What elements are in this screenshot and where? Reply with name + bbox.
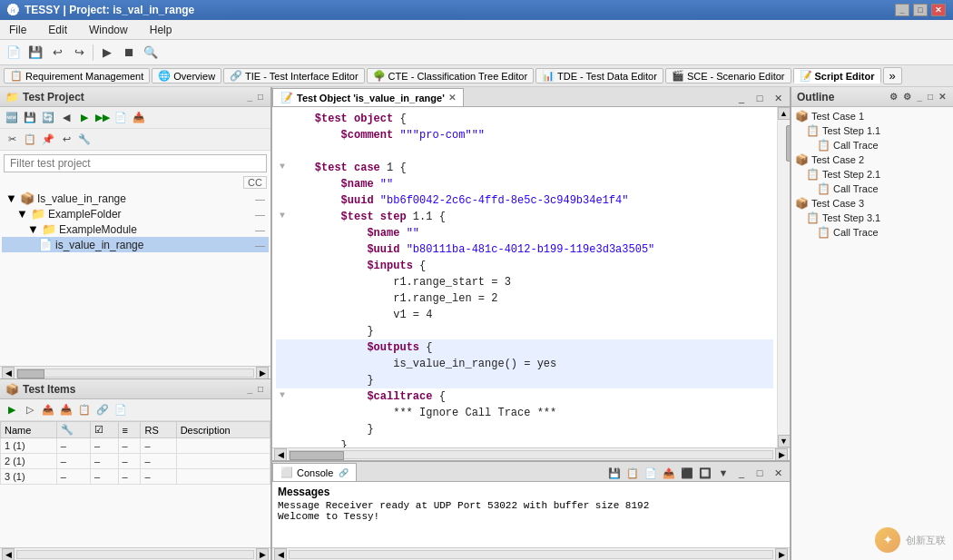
editor-tab-close[interactable]: ✕ xyxy=(448,93,456,103)
console-btn6[interactable]: 🔲 xyxy=(697,465,713,481)
console-btn5[interactable]: ⬛ xyxy=(679,465,695,481)
table-row[interactable]: 3 (1) – – – – xyxy=(1,469,270,485)
editor-hscroll-thumb[interactable] xyxy=(290,451,344,460)
col-4[interactable]: ≡ xyxy=(118,422,141,438)
tree-item-file[interactable]: 📄 is_value_in_range — xyxy=(2,237,269,252)
console-hscroll-right[interactable]: ▶ xyxy=(775,548,788,561)
editor-vscroll[interactable]: ▲ ▼ xyxy=(777,107,790,447)
tab-more[interactable]: » xyxy=(883,67,902,84)
outline-item[interactable]: 📋Call Trace xyxy=(793,225,951,240)
editor-tab-active[interactable]: 📝 Test Object 'is_value_in_range' ✕ xyxy=(272,88,464,106)
tab-overview[interactable]: 🌐 Overview xyxy=(152,68,221,84)
outline-item[interactable]: 📋Test Step 3.1 xyxy=(793,211,951,225)
tree-item-folder[interactable]: ▼ 📁 ExampleFolder — xyxy=(2,206,269,221)
vscroll-thumb[interactable] xyxy=(786,125,791,162)
ti-btn-7[interactable]: 📄 xyxy=(113,402,129,418)
toolbar-btn-4[interactable]: ↪ xyxy=(69,43,89,63)
col-3[interactable]: ☑ xyxy=(90,422,118,438)
proj-btn-arrow[interactable]: ↩ xyxy=(58,132,74,148)
console-max[interactable]: □ xyxy=(752,465,768,481)
ti-minimize[interactable]: _ xyxy=(245,384,254,394)
hscroll-right[interactable]: ▶ xyxy=(256,367,269,379)
outline-item[interactable]: 📦Test Case 1 xyxy=(793,109,951,123)
vscroll-up[interactable]: ▲ xyxy=(778,107,791,120)
tab-script-editor[interactable]: 📝 Script Editor xyxy=(793,68,881,84)
outline-close[interactable]: ✕ xyxy=(937,92,948,102)
toolbar-btn-6[interactable]: ⏹ xyxy=(119,43,139,63)
ti-btn-3[interactable]: 📤 xyxy=(40,402,56,418)
console-hscroll-left[interactable]: ◀ xyxy=(274,548,287,561)
proj-btn-wrench[interactable]: 🔧 xyxy=(76,132,93,148)
hscroll-left[interactable]: ◀ xyxy=(2,367,15,379)
console-btn7[interactable]: ▼ xyxy=(715,465,732,481)
proj-btn-refresh[interactable]: 🔄 xyxy=(40,110,56,126)
menu-edit[interactable]: Edit xyxy=(43,22,73,38)
ti-btn-run2[interactable]: ▷ xyxy=(22,402,38,418)
tab-sce[interactable]: 🎬 SCE - Scenario Editor xyxy=(665,68,791,84)
outline-min[interactable]: _ xyxy=(915,92,924,102)
outline-item[interactable]: 📋Test Step 2.1 xyxy=(793,167,951,182)
table-row[interactable]: 1 (1) – – – – xyxy=(1,438,270,454)
filter-input[interactable] xyxy=(4,154,267,172)
items-hscroll-left[interactable]: ◀ xyxy=(2,548,15,561)
col-name[interactable]: Name xyxy=(1,422,57,438)
toolbar-btn-2[interactable]: 💾 xyxy=(25,43,45,63)
menu-file[interactable]: File xyxy=(4,22,32,38)
console-min[interactable]: _ xyxy=(733,465,750,481)
tree-hscroll[interactable]: ◀ ▶ xyxy=(0,366,270,378)
outline-item[interactable]: 📋Test Step 1.1 xyxy=(793,123,951,138)
editor-close[interactable]: ✕ xyxy=(770,90,786,106)
hscroll-thumb[interactable] xyxy=(17,369,44,378)
ti-btn-4[interactable]: 📥 xyxy=(58,402,74,418)
fold-marker[interactable]: ▼ xyxy=(276,209,289,222)
outline-item[interactable]: 📦Test Case 3 xyxy=(793,196,951,211)
outline-item[interactable]: 📋Call Trace xyxy=(793,182,951,196)
editor-hscroll[interactable]: ◀ ▶ xyxy=(272,447,790,460)
items-hscroll-track[interactable] xyxy=(16,550,254,559)
proj-btn-new[interactable]: 🆕 xyxy=(4,110,20,126)
console-btn3[interactable]: 📄 xyxy=(643,465,659,481)
console-hscroll-track[interactable] xyxy=(289,550,773,559)
ti-maximize[interactable]: □ xyxy=(256,384,265,394)
console-btn2[interactable]: 📋 xyxy=(624,465,641,481)
window-controls[interactable]: _ □ ✕ xyxy=(895,4,946,16)
tree-item-root[interactable]: ▼ 📦 Is_value_in_range — xyxy=(2,191,269,206)
toolbar-btn-7[interactable]: 🔍 xyxy=(141,43,161,63)
toolbar-btn-1[interactable]: 📄 xyxy=(4,43,24,63)
fold-marker[interactable]: ▼ xyxy=(276,160,289,173)
tab-requirement-management[interactable]: 📋 Requirement Management xyxy=(4,68,150,84)
editor-min[interactable]: _ xyxy=(733,90,750,106)
menu-window[interactable]: Window xyxy=(84,22,133,38)
ti-btn-6[interactable]: 🔗 xyxy=(94,402,111,418)
outline-item[interactable]: 📦Test Case 2 xyxy=(793,152,951,167)
proj-btn-paste[interactable]: 📌 xyxy=(40,132,56,148)
menu-help[interactable]: Help xyxy=(144,22,178,38)
col-2[interactable]: 🔧 xyxy=(56,422,90,438)
ti-btn-run[interactable]: ▶ xyxy=(4,402,20,418)
editor-hscroll-track[interactable] xyxy=(289,450,773,459)
items-hscroll-right[interactable]: ▶ xyxy=(256,548,269,561)
tab-cte[interactable]: 🌳 CTE - Classification Tree Editor xyxy=(367,68,534,84)
outline-btn2[interactable]: ⚙ xyxy=(901,92,913,102)
proj-btn-cut[interactable]: ✂ xyxy=(4,132,20,148)
panel-minimize-btn[interactable]: _ xyxy=(245,92,254,102)
editor-max[interactable]: □ xyxy=(752,90,768,106)
proj-btn-back[interactable]: ◀ xyxy=(58,110,74,126)
tree-item-module[interactable]: ▼ 📁 ExampleModule — xyxy=(2,221,269,237)
outline-item[interactable]: 📋Call Trace xyxy=(793,138,951,152)
outline-btn1[interactable]: ⚙ xyxy=(888,92,899,102)
console-close[interactable]: ✕ xyxy=(770,465,786,481)
vscroll-down[interactable]: ▼ xyxy=(778,435,791,447)
editor-hscroll-left[interactable]: ◀ xyxy=(274,448,287,461)
panel-maximize-btn[interactable]: □ xyxy=(256,92,265,102)
table-row[interactable]: 2 (1) – – – – xyxy=(1,454,270,469)
outline-max[interactable]: □ xyxy=(926,92,935,102)
proj-btn-run2[interactable]: ▶▶ xyxy=(94,110,111,126)
col-rs[interactable]: RS xyxy=(141,422,176,438)
test-items-controls[interactable]: _ □ xyxy=(245,384,265,394)
panel-header-controls[interactable]: _ □ xyxy=(245,92,265,102)
outline-controls[interactable]: ⚙ ⚙ _ □ ✕ xyxy=(888,92,948,102)
maximize-button[interactable]: □ xyxy=(913,4,928,16)
console-btn4[interactable]: 📤 xyxy=(661,465,677,481)
console-tab[interactable]: ⬜ Console 🔗 xyxy=(272,463,357,481)
